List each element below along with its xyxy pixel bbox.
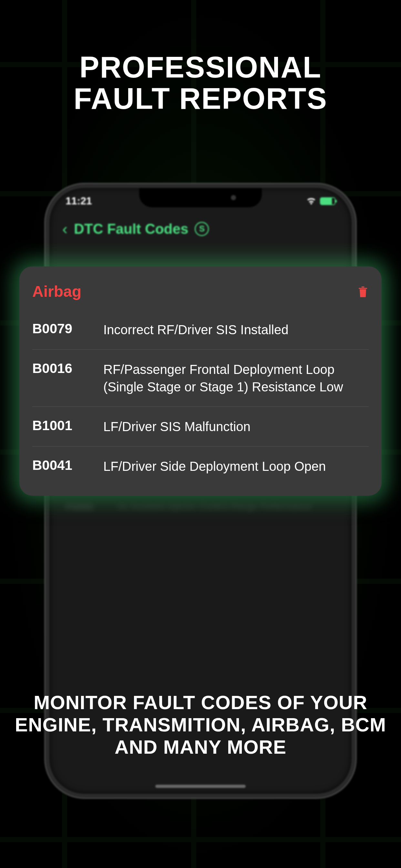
- fault-row[interactable]: B0079 Incorrect RF/Driver SIS Installed: [32, 310, 369, 350]
- marketing-headline: PROFESSIONAL FAULT REPORTS: [0, 52, 401, 114]
- page-title: DTC Fault Codes: [74, 221, 188, 237]
- fault-code: B0079: [32, 321, 90, 337]
- back-chevron-icon[interactable]: ‹: [62, 220, 67, 238]
- fault-row[interactable]: B0041 LF/Driver Side Deployment Loop Ope…: [32, 446, 369, 486]
- phone-notch: [139, 188, 262, 207]
- fault-description: LF/Driver SIS Malfunction: [103, 418, 369, 435]
- marketing-subtitle: MONITOR FAULT CODES OF YOUR ENGINE, TRAN…: [13, 691, 388, 758]
- headline-line-1: PROFESSIONAL: [0, 52, 401, 83]
- airbag-fault-card: Airbag B0079 Incorrect RF/Driver SIS Ins…: [19, 267, 382, 496]
- trash-icon[interactable]: [357, 285, 369, 298]
- fault-code: B0016: [32, 361, 90, 376]
- wifi-icon: [306, 197, 316, 205]
- fault-row[interactable]: P0065 Air Assisted Injector Control Rang…: [66, 493, 335, 520]
- navigation-bar: ‹ DTC Fault Codes S: [50, 210, 351, 247]
- fault-code: B0041: [32, 458, 90, 473]
- battery-icon: [320, 197, 335, 205]
- fault-description: Air Assisted Injector Control Range Perf…: [117, 501, 312, 512]
- fault-code: B1001: [32, 418, 90, 433]
- fault-code: P0065: [66, 501, 107, 512]
- headline-line-2: FAULT REPORTS: [0, 83, 401, 114]
- fault-row[interactable]: B1001 LF/Driver SIS Malfunction: [32, 407, 369, 446]
- fault-row[interactable]: B0016 RF/Passenger Frontal Deployment Lo…: [32, 350, 369, 407]
- fault-description: Incorrect RF/Driver SIS Installed: [103, 321, 369, 338]
- fault-description: RF/Passenger Frontal Deployment Loop (Si…: [103, 361, 369, 396]
- s-badge-icon[interactable]: S: [195, 222, 209, 236]
- status-time: 11:21: [66, 195, 92, 207]
- fault-description: LF/Driver Side Deployment Loop Open: [103, 458, 369, 475]
- card-header: Airbag: [32, 283, 369, 300]
- section-title-airbag: Airbag: [32, 283, 81, 300]
- status-indicators: [306, 197, 335, 205]
- home-indicator[interactable]: [155, 785, 246, 788]
